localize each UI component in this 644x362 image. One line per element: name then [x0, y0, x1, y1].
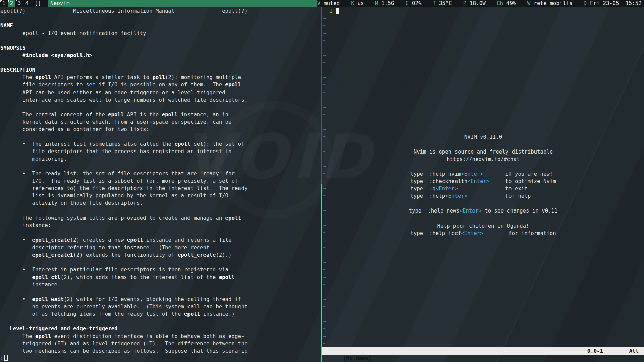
- text-line: type :checkhealth<Enter> to optimize Nvi…: [322, 178, 644, 185]
- tilde-line: ~: [323, 259, 644, 266]
- tilde-line: ~: [323, 44, 644, 52]
- text-line: The central concept of the epoll API is …: [0, 111, 322, 119]
- status-key: W: [527, 0, 531, 6]
- focused-window-title: Neovim: [48, 0, 317, 7]
- text-line: NAME: [0, 22, 322, 30]
- text-line: [0, 289, 322, 296]
- tilde-line: ~: [323, 296, 644, 303]
- tilde-line: ~: [323, 66, 644, 74]
- layout-symbol[interactable]: []=: [31, 0, 48, 7]
- tilde-line: ~: [323, 29, 644, 37]
- status-value: rete mobilis: [530, 0, 572, 6]
- text-line: https://neovim.io/#chat: [322, 156, 644, 163]
- tilde-line: ~: [323, 244, 644, 251]
- text-line: The epoll API performs a similar task to…: [0, 74, 322, 81]
- text-line: Nvim is open source and freely distribut…: [322, 148, 644, 156]
- text-line: SYNOPSIS: [0, 45, 322, 52]
- text-line: references to) the file descriptors in t…: [0, 185, 322, 192]
- status-value: 49%: [503, 0, 516, 6]
- text-line: triggered (ET) and as level-triggered (L…: [0, 340, 322, 348]
- text-line: [322, 163, 644, 170]
- text-line: kernel data structure which, from a user…: [0, 119, 322, 126]
- text-line: of as fetching items from the ready list…: [0, 311, 322, 318]
- text-line: [0, 15, 322, 22]
- text-line: epoll_create1(2) extends the functionali…: [0, 252, 322, 259]
- tag-label: 3: [18, 0, 21, 6]
- text-line: two mechanisms can be described as follo…: [0, 348, 322, 355]
- status-key: T: [433, 0, 436, 6]
- text-line: [0, 229, 322, 237]
- tilde-line: ~: [323, 118, 644, 126]
- text-line: DESCRIPTION: [0, 67, 322, 74]
- man-page-text: epoll(7) Miscellaneous Information Manua…: [0, 8, 322, 355]
- status-value: us: [354, 0, 364, 6]
- text-line: monitoring.: [0, 156, 322, 163]
- status-value: 35°C: [436, 0, 452, 6]
- text-line: • Interest in particular file descriptor…: [0, 266, 322, 274]
- workspace-tag-3[interactable]: 3: [15, 0, 23, 7]
- tilde-line: ~: [323, 251, 644, 259]
- text-line: Help poor children in Uganda!: [322, 222, 644, 230]
- text-line: [322, 141, 644, 148]
- tilde-line: ~: [323, 333, 644, 340]
- pager-prompt-colon: :: [0, 355, 3, 361]
- text-line: [322, 200, 644, 207]
- text-line: epoll - I/O event notification facility: [0, 30, 322, 37]
- tilde-line: ~: [323, 111, 644, 118]
- nvim-cmdline[interactable]: [322, 355, 644, 362]
- status-value: Fri 23-05 15:52: [587, 0, 642, 6]
- tilde-line: ~: [323, 74, 644, 81]
- status-item-P: P 18.0W: [463, 0, 485, 7]
- workspace-tag-1[interactable]: 1: [0, 0, 8, 7]
- workspace-tag-2[interactable]: 2: [8, 0, 15, 7]
- tilde-line: ~: [323, 52, 644, 59]
- statusline-ruler-position: 0,0-1: [587, 347, 603, 355]
- nvim-cursor: [336, 8, 339, 14]
- text-line: [0, 59, 322, 67]
- text-line: [0, 318, 322, 325]
- text-line: instance.: [0, 281, 322, 289]
- tilde-line: ~: [323, 126, 644, 133]
- status-item-C: C 02%: [406, 0, 422, 7]
- status-key: C: [406, 0, 409, 6]
- tilde-line: ~: [323, 89, 644, 96]
- tilde-line: ~: [323, 96, 644, 104]
- text-line: considered as a container for two lists:: [0, 126, 322, 133]
- status-item-D: D Fri 23-05 15:52: [584, 0, 642, 7]
- status-item-Ch: Ch 49%: [497, 0, 516, 7]
- status-text-area: V mutedK usM 1.5GC 02%T 35°CP 18.0WCh 49…: [317, 0, 644, 7]
- hollow-client-indicator: [16, 0, 17, 2]
- status-item-M: M 1.5G: [375, 0, 394, 7]
- text-line: descriptor referring to that instance. (…: [0, 244, 322, 252]
- text-line: file descriptors that the process has re…: [0, 148, 322, 156]
- workspace-tag-4[interactable]: 4: [23, 0, 31, 7]
- top-status-bar: 1234 []= Neovim V mutedK usM 1.5GC 02%T …: [0, 0, 644, 7]
- pager-cursor: [4, 355, 8, 361]
- status-item-V: V muted: [317, 0, 340, 7]
- text-line: [322, 215, 644, 222]
- text-line: epoll(7) Miscellaneous Information Manua…: [0, 8, 322, 15]
- status-key: M: [375, 0, 378, 6]
- neovim-window[interactable]: 1 ~~~~~~~~~~~~~~~~~~~~~~~~~~~~~~~~~~~~~~…: [322, 7, 644, 362]
- statusline-scroll-indicator: All: [629, 347, 639, 355]
- pager-command-prompt[interactable]: :: [0, 355, 8, 361]
- filled-client-indicator: [8, 0, 9, 2]
- text-line: • The ready list: the set of file descri…: [0, 170, 322, 178]
- buffer-line-1: 1: [323, 7, 644, 15]
- neovim-buffer-area[interactable]: 1 ~~~~~~~~~~~~~~~~~~~~~~~~~~~~~~~~~~~~~~…: [322, 7, 644, 347]
- text-line: interface and scales well to large numbe…: [0, 97, 322, 104]
- status-item-W: W rete mobilis: [527, 0, 573, 7]
- text-line: instance:: [0, 222, 322, 229]
- text-line: [0, 104, 322, 111]
- tilde-line: ~: [323, 59, 644, 66]
- tilde-line: ~: [323, 22, 644, 29]
- terminal-man-page[interactable]: epoll(7) Miscellaneous Information Manua…: [0, 7, 322, 362]
- status-key: V: [317, 0, 321, 6]
- tilde-line: ~: [323, 15, 644, 22]
- status-key: Ch: [497, 0, 503, 6]
- text-line: epoll_ctl(2), which adds items to the in…: [0, 274, 322, 281]
- status-item-K: K us: [351, 0, 364, 7]
- tilde-line: ~: [323, 340, 644, 347]
- tilde-line: ~: [323, 325, 644, 333]
- text-line: no events are currently available. (This…: [0, 303, 322, 311]
